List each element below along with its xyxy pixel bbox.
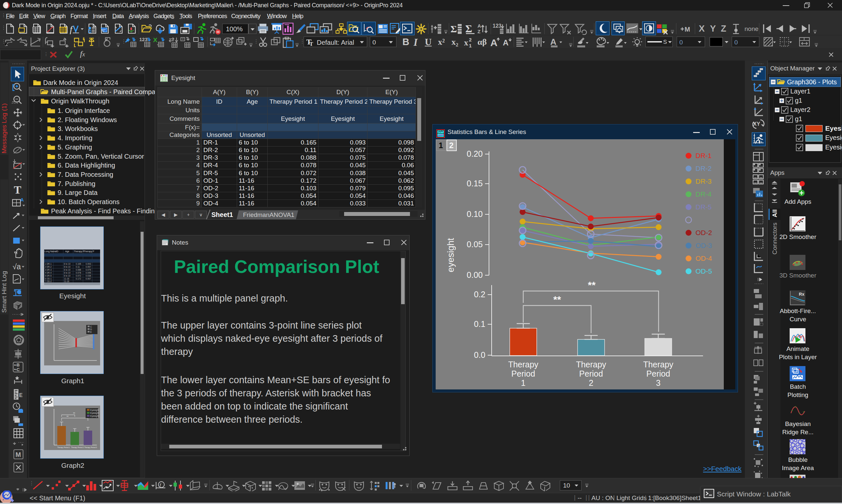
svg-text:DR-3: DR-3 xyxy=(696,177,712,185)
svg-text:Therapy: Therapy xyxy=(643,360,674,369)
svg-text:0.045: 0.045 xyxy=(86,272,91,274)
svg-text:C: C xyxy=(90,326,92,328)
svg-text:0.165: 0.165 xyxy=(76,263,81,265)
svg-text:OD-4: OD-4 xyxy=(696,254,712,262)
svg-text:2 DR-2: 2 DR-2 xyxy=(45,266,52,268)
svg-text:Eyesight: Eyesight xyxy=(90,412,99,414)
svg-text:Therapy P: Therapy P xyxy=(84,250,94,253)
svg-text:3 DR-3: 3 DR-3 xyxy=(45,269,52,271)
svg-text:0.075: 0.075 xyxy=(86,269,91,271)
svg-text:eyesight: eyesight xyxy=(446,238,456,273)
svg-text:Age: Age xyxy=(65,250,70,253)
svg-text:Period: Period xyxy=(512,369,535,378)
svg-text:1: 1 xyxy=(521,378,525,388)
svg-text:H: H xyxy=(163,74,165,77)
svg-text:X: X xyxy=(153,37,157,43)
svg-text:C: C xyxy=(165,74,167,77)
svg-text:**: ** xyxy=(553,294,561,305)
svg-text:E: E xyxy=(90,331,92,333)
svg-text:5 DR-5: 5 DR-5 xyxy=(45,274,52,277)
svg-text:1 DR-1: 1 DR-1 xyxy=(45,263,52,265)
svg-text:A: A xyxy=(161,74,162,77)
svg-text:0.10: 0.10 xyxy=(467,209,483,219)
svg-text:-C: -C xyxy=(15,367,20,372)
svg-text:0.2: 0.2 xyxy=(474,290,485,299)
svg-text:OD-5: OD-5 xyxy=(696,267,712,275)
svg-text:OD-3: OD-3 xyxy=(696,241,712,249)
svg-text:x: x xyxy=(464,38,468,48)
svg-text:0.093: 0.093 xyxy=(86,263,91,265)
svg-text:Σ: Σ xyxy=(465,23,472,35)
svg-text:A: A xyxy=(550,37,556,47)
svg-text:3: 3 xyxy=(656,378,661,388)
svg-text:Z: Z xyxy=(478,29,480,34)
svg-text:Eyesight: Eyesight xyxy=(90,415,99,417)
svg-text:DR-1: DR-1 xyxy=(696,152,712,159)
svg-text:M: M xyxy=(685,26,690,33)
svg-text:Therapy P: Therapy P xyxy=(74,250,85,253)
svg-text:Therapy: Therapy xyxy=(576,360,606,369)
svg-text:A: A xyxy=(503,38,508,47)
svg-text:0.088: 0.088 xyxy=(76,269,81,271)
svg-text:6 to 10: 6 to 10 xyxy=(64,269,70,271)
svg-text:Σ: Σ xyxy=(450,23,457,34)
svg-text:Long Name: Long Name xyxy=(44,250,56,253)
svg-text:Therapy Period 1: Therapy Period 1 xyxy=(57,446,70,448)
svg-text:E: E xyxy=(19,392,23,398)
svg-text:11-16: 11-16 xyxy=(64,280,70,283)
svg-text:6 to 10: 6 to 10 xyxy=(64,274,70,277)
svg-text:1: 1 xyxy=(469,43,471,48)
svg-text:0.15: 0.15 xyxy=(467,179,483,188)
svg-text:DR-5: DR-5 xyxy=(696,203,712,211)
svg-text:-B: -B xyxy=(15,362,20,367)
svg-text:0.057: 0.057 xyxy=(86,266,91,268)
svg-text:123: 123 xyxy=(492,23,502,29)
svg-text:0.11: 0.11 xyxy=(76,266,80,268)
svg-text:Eyesight: Eyesight xyxy=(90,409,99,412)
svg-text:6 to 10: 6 to 10 xyxy=(64,266,70,268)
svg-text:0.038: 0.038 xyxy=(86,274,91,277)
svg-text:0.20: 0.20 xyxy=(467,149,483,158)
svg-text:Period: Period xyxy=(579,369,603,378)
svg-text:6 to 10: 6 to 10 xyxy=(64,272,70,274)
svg-text:Period: Period xyxy=(646,369,670,378)
svg-text:Therapy Period 2: Therapy Period 2 xyxy=(71,446,84,448)
svg-text:0.1: 0.1 xyxy=(474,319,485,328)
svg-text:Therapy: Therapy xyxy=(508,360,538,369)
svg-text:2: 2 xyxy=(469,37,471,42)
svg-text:4 DR-4: 4 DR-4 xyxy=(45,272,52,274)
svg-text:XY: XY xyxy=(753,121,760,127)
svg-text:11-16: 11-16 xyxy=(64,277,70,280)
svg-text:A: A xyxy=(20,198,24,202)
svg-text:123: 123 xyxy=(139,37,147,42)
svg-text:ID: ID xyxy=(56,250,58,252)
svg-text:T: T xyxy=(309,41,313,46)
svg-text:D: D xyxy=(90,328,92,330)
svg-text:0.0: 0.0 xyxy=(474,350,485,359)
svg-text:r: r xyxy=(160,482,162,488)
svg-text:M: M xyxy=(16,451,21,458)
svg-text:OD-2: OD-2 xyxy=(696,229,712,236)
svg-text:0.078: 0.078 xyxy=(76,272,81,274)
svg-text:**: ** xyxy=(73,412,75,415)
svg-text:Therapy Period 3: Therapy Period 3 xyxy=(84,446,97,448)
svg-text:0.072: 0.072 xyxy=(76,274,81,277)
svg-text:0.067: 0.067 xyxy=(86,277,91,280)
svg-text:2: 2 xyxy=(589,378,593,388)
svg-text:A: A xyxy=(490,37,498,48)
svg-text:√a: √a xyxy=(13,263,21,271)
svg-text:**: ** xyxy=(67,415,69,418)
svg-text:Rx: Rx xyxy=(799,292,804,296)
svg-text:DR-4: DR-4 xyxy=(696,190,712,198)
svg-text:6 OD-1: 6 OD-1 xyxy=(45,277,52,280)
svg-text:A: A xyxy=(478,23,481,29)
svg-text:0.00: 0.00 xyxy=(467,270,483,280)
svg-text:**: ** xyxy=(588,280,596,290)
svg-text:DR-2: DR-2 xyxy=(696,165,712,172)
svg-text:6 to 10: 6 to 10 xyxy=(64,263,70,265)
svg-text:7 OD-2: 7 OD-2 xyxy=(45,280,52,283)
svg-text:0.05: 0.05 xyxy=(467,240,483,249)
svg-text:0.172: 0.172 xyxy=(76,277,81,280)
